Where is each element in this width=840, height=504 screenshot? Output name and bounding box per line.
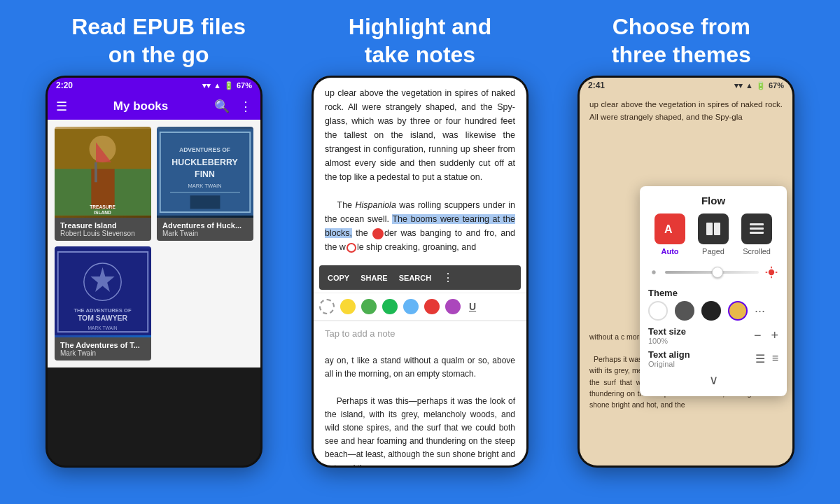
toolbar-icons: 🔍 ⋮ <box>214 99 252 114</box>
ts-svg: THE ADVENTURES OF TOM SAWYER MARK TWAIN <box>55 246 151 337</box>
highlighted-text: The booms were tearing at the blocks, <box>325 214 515 238</box>
flow-option-paged[interactable]: Paged <box>698 214 729 255</box>
menu-icon[interactable]: ☰ <box>56 99 67 114</box>
text-size-controls: − + <box>754 328 778 343</box>
signal-icon: ▲ <box>214 81 221 90</box>
context-more-icon[interactable]: ⋮ <box>442 271 454 284</box>
color-yellow[interactable] <box>340 299 356 314</box>
phone-1: 2:20 ▾▾ ▲ 🔋 67% ☰ My books 🔍 ⋮ <box>46 76 262 468</box>
header-title-1: Read EPUB fileson the go <box>29 13 288 69</box>
book-cover-ts: THE ADVENTURES OF TOM SAWYER MARK TWAIN <box>55 246 151 337</box>
header-section-1: Read EPUB fileson the go <box>29 13 288 69</box>
toolbar-title: My books <box>78 99 203 113</box>
color-red[interactable] <box>424 299 440 314</box>
svg-text:TREASURE: TREASURE <box>90 204 115 209</box>
phone1-toolbar: ☰ My books 🔍 ⋮ <box>48 93 260 120</box>
theme-sepia[interactable] <box>728 301 748 321</box>
note-placeholder[interactable]: Tap to add a note <box>325 328 395 339</box>
color-picker: U <box>314 293 526 321</box>
book-author-hf: Mark Twain <box>162 230 248 237</box>
search-icon[interactable]: 🔍 <box>214 99 230 114</box>
color-purple[interactable] <box>445 299 461 314</box>
phone3-status-icons: ▾▾ ▲ 🔋 67% <box>734 81 784 90</box>
flow-auto-label: Auto <box>661 247 678 255</box>
text-size-label: Text size <box>648 326 686 337</box>
align-justify-icon[interactable]: ≡ <box>772 352 778 365</box>
underline-button[interactable]: U <box>469 301 476 312</box>
flow-scrolled-label: Scrolled <box>743 247 771 255</box>
book-info-ts: The Adventures of T... Mark Twain <box>55 337 151 360</box>
flow-option-scrolled[interactable]: Scrolled <box>741 214 772 255</box>
text-size-label-group: Text size 100% <box>648 326 686 345</box>
share-button[interactable]: SHARE <box>360 274 388 282</box>
phone-2: up clear above the vegetation in spires … <box>312 76 528 468</box>
text-align-value: Original <box>648 360 690 368</box>
brightness-high-icon <box>764 265 778 279</box>
flow-popup: Flow A Auto <box>640 186 787 396</box>
svg-point-30 <box>769 270 774 275</box>
book-info-hf: Adventures of Huck... Mark Twain <box>157 218 253 241</box>
theme-gray[interactable] <box>675 301 694 321</box>
context-menu: COPY SHARE SEARCH ⋮ <box>319 265 521 290</box>
theme-black[interactable] <box>701 301 721 321</box>
hf-svg: ADVENTURES OF HUCKLEBERRY FINN MARK TWAI… <box>157 127 253 218</box>
phone-2-wrapper: up clear above the vegetation in spires … <box>294 76 546 468</box>
flow-paged-icon <box>698 214 729 244</box>
theme-options: ··· <box>648 301 778 321</box>
ts-art: THE ADVENTURES OF TOM SAWYER MARK TWAIN <box>55 246 151 337</box>
battery-icon: 🔋 <box>224 81 234 90</box>
header-title-2: Highlight andtake notes <box>290 13 550 69</box>
svg-rect-24 <box>706 223 713 235</box>
books-grid: TREASURE ISLAND Treasure Island Robert L… <box>48 120 260 368</box>
phone1-status-bar: 2:20 ▾▾ ▲ 🔋 67% <box>48 78 260 93</box>
svg-text:ADVENTURES OF: ADVENTURES OF <box>179 146 230 153</box>
color-none[interactable] <box>319 299 335 314</box>
book-cover-hf: ADVENTURES OF HUCKLEBERRY FINN MARK TWAI… <box>157 127 253 218</box>
flow-auto-icon: A <box>654 214 685 244</box>
book-author-ts: Mark Twain <box>60 349 146 357</box>
theme-more-icon[interactable]: ··· <box>755 304 765 318</box>
header-section-3: Choose fromthree themes <box>552 13 811 69</box>
phone-3-wrapper: 2:41 ▾▾ ▲ 🔋 67% up clear above the veget… <box>560 76 812 468</box>
svg-text:ISLAND: ISLAND <box>94 210 111 215</box>
book-item-huckleberry[interactable]: ADVENTURES OF HUCKLEBERRY FINN MARK TWAI… <box>157 127 253 241</box>
search-button[interactable]: SEARCH <box>399 274 431 282</box>
phone3-reading-text: up clear above the vegetation in spires … <box>580 93 792 130</box>
book-title-ti: Treasure Island <box>60 221 146 230</box>
phone3-time: 2:41 <box>588 80 605 90</box>
more-icon[interactable]: ⋮ <box>239 99 252 114</box>
align-controls: ☰ ≡ <box>755 352 778 365</box>
reading-text-continued: ay on, t like a stand without a qualm or… <box>314 346 526 465</box>
color-blue[interactable] <box>403 299 419 314</box>
phone3-battery-icon: 🔋 <box>756 81 766 90</box>
text-size-decrease[interactable]: − <box>754 328 762 343</box>
svg-text:TOM SAWYER: TOM SAWYER <box>78 314 128 322</box>
brightness-low-icon <box>648 267 659 278</box>
phone-3: 2:41 ▾▾ ▲ 🔋 67% up clear above the veget… <box>578 76 794 468</box>
svg-text:A: A <box>664 223 673 235</box>
phone-1-wrapper: 2:20 ▾▾ ▲ 🔋 67% ☰ My books 🔍 ⋮ <box>28 76 280 468</box>
reading-indent: The Hispaniola was rolling scuppers unde… <box>325 200 515 252</box>
svg-rect-15 <box>190 195 220 209</box>
red-circle-mark <box>372 228 384 239</box>
align-left-icon[interactable]: ☰ <box>755 352 765 365</box>
book-item-treasure-island[interactable]: TREASURE ISLAND Treasure Island Robert L… <box>55 127 151 241</box>
color-green[interactable] <box>361 299 377 314</box>
svg-text:HUCKLEBERRY: HUCKLEBERRY <box>172 158 238 167</box>
ti-svg: TREASURE ISLAND <box>55 127 151 218</box>
phone1-status-icons: ▾▾ ▲ 🔋 67% <box>202 81 252 90</box>
book-title-ts: The Adventures of T... <box>60 341 146 349</box>
svg-rect-16 <box>55 248 151 335</box>
brightness-slider[interactable] <box>665 271 759 274</box>
copy-button[interactable]: COPY <box>328 274 349 282</box>
phone3-status-bar: 2:41 ▾▾ ▲ 🔋 67% <box>580 78 792 93</box>
color-teal[interactable] <box>382 299 398 314</box>
theme-label: Theme <box>648 288 778 298</box>
theme-white[interactable] <box>648 301 668 321</box>
svg-text:FINN: FINN <box>195 169 215 179</box>
text-size-increase[interactable]: + <box>771 328 778 343</box>
flow-option-auto[interactable]: A Auto <box>654 214 685 255</box>
popup-collapse-button[interactable]: ∨ <box>648 372 778 388</box>
book-item-tom-sawyer[interactable]: THE ADVENTURES OF TOM SAWYER MARK TWAIN … <box>55 246 151 360</box>
svg-rect-26 <box>750 223 764 225</box>
